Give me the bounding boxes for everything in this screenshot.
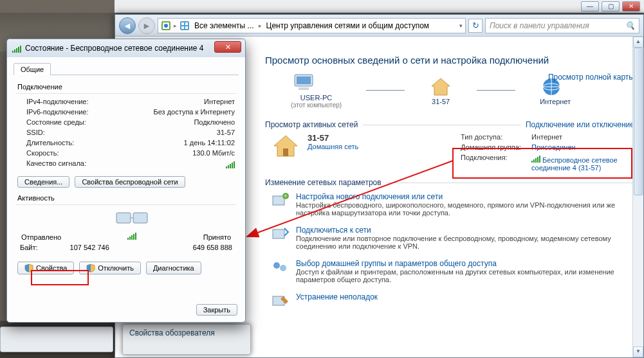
svg-rect-9 [297,76,311,84]
dialog-close-button[interactable]: ✕ [214,41,241,53]
signal-icon [127,231,136,240]
vertical-scrollbar[interactable]: ▲ ▼ [632,37,643,357]
label: SSID: [26,129,45,136]
sidebar-fragment[interactable]: Свойства обозревателя [122,324,251,355]
active-network-block: 31-57 Домашняя сеть Тип доступа: Интерне… [271,133,634,172]
prop-key: Домашняя группа: [461,143,531,151]
signal-icon [226,159,235,168]
connect-icon [271,226,290,241]
tab-general[interactable]: Общие [14,63,51,75]
list-item: Подключиться к сети Подключение или повт… [271,226,634,250]
close-button[interactable]: Закрыть [196,304,237,316]
svg-rect-26 [116,213,131,223]
button-label: Свойства [36,264,67,272]
label: IPv6-подключение: [26,108,89,116]
map-label: Интернет [540,98,571,105]
value: 130.0 Мбит/с [192,149,235,157]
setting-desc: Доступ к файлам и принтерам, расположенн… [296,268,618,283]
svg-rect-5 [185,22,188,25]
change-settings-header: Изменение сетевых параметров [265,178,634,187]
label: Длительность: [26,139,74,147]
map-link-line [366,90,405,91]
activity-icon [114,209,150,241]
connection-link[interactable]: Беспроводное сетевое соединение 4 (31-57… [531,156,618,172]
diagnose-button[interactable]: Диагностика [146,262,201,274]
close-button[interactable]: ✕ [622,1,640,12]
details-button[interactable]: Сведения... [17,176,69,188]
home-network-icon [271,133,300,172]
section-label: Изменение сетевых параметров [265,178,382,187]
activity-row: Отправлено Принято [17,209,235,241]
list-item: Выбор домашней группы и параметров общег… [271,259,634,283]
tab-strip: Общие [14,62,239,75]
full-map-link[interactable]: Просмотр полной карты [548,73,634,82]
svg-point-2 [164,24,168,28]
label: IPv4-подключение: [26,98,89,105]
svg-rect-21 [273,229,284,238]
value: 1 день 14:11:02 [184,139,235,147]
status-dialog: Состояние - Беспроводное сетевое соедине… [6,39,246,323]
map-sublabel: (этот компьютер) [291,102,342,109]
scroll-down-button[interactable]: ▼ [633,346,643,357]
map-node-this-pc: USER-PC (этот компьютер) [291,72,342,109]
nav-bar: ◄ ► ▸ Все элементы ... ▸ Центр управлени… [115,15,643,37]
value: Без доступа к Интернету [153,108,235,116]
map-link-line [477,90,515,91]
signal-icon [12,44,21,53]
setting-desc: Подключение или повторное подключение к … [296,235,618,250]
properties-button[interactable]: Свойства [17,262,74,274]
svg-marker-11 [432,78,450,95]
network-kind-link[interactable]: Домашняя сеть [308,143,358,150]
connect-disconnect-link[interactable]: Подключение или отключение [526,120,634,129]
value: Интернет [204,98,235,105]
svg-rect-7 [185,26,188,29]
bytes-label: Байт: [20,244,38,251]
homegroup-link[interactable]: Присоединен [531,143,576,151]
prop-val: Интернет [531,133,634,141]
back-button[interactable]: ◄ [119,17,136,34]
dropdown-icon[interactable]: ▾ [459,22,463,29]
forward-button[interactable]: ► [138,17,155,34]
setting-link[interactable]: Подключиться к сети [296,226,618,235]
prop-key: Тип доступа: [461,133,531,141]
svg-rect-17 [283,148,288,156]
minimize-button[interactable]: — [581,1,599,12]
svg-rect-6 [181,26,184,29]
svg-point-22 [273,262,280,269]
new-connection-icon: + [271,192,290,208]
shield-icon [24,264,33,273]
disable-button[interactable]: Отключить [79,262,141,274]
address-bar[interactable]: ▸ Все элементы ... ▸ Центр управления се… [158,18,466,33]
active-networks-header: Просмотр активных сетей Подключение или … [265,120,634,129]
breadcrumb-seg[interactable]: Все элементы ... [192,21,256,30]
list-item: + Настройка нового подключения или сети … [271,192,634,217]
chevron-right-icon: ▸ [259,22,262,29]
map-label: USER-PC [291,94,342,102]
breadcrumb-seg[interactable]: Центр управления сетями и общим доступом [264,21,432,30]
label: Качество сигнала: [26,159,86,170]
map-label: 31-57 [429,98,452,105]
dialog-title: Состояние - Беспроводное сетевое соедине… [25,44,203,53]
setting-link[interactable]: Устранение неполадок [296,292,378,301]
setting-link[interactable]: Выбор домашней группы и параметров общег… [296,259,618,268]
scroll-up-button[interactable]: ▲ [633,37,643,48]
setting-link[interactable]: Настройка нового подключения или сети [296,192,618,201]
scroll-thumb[interactable] [634,48,643,195]
wireless-properties-button[interactable]: Свойства беспроводной сети [75,176,185,188]
value: Подключено [194,118,235,126]
bytes-sent: 107 542 746 [70,244,109,251]
search-input[interactable]: Поиск в панели управления 🔍 [485,18,639,33]
dialog-titlebar[interactable]: Состояние - Беспроводное сетевое соедине… [7,39,245,57]
settings-list: + Настройка нового подключения или сети … [265,192,634,308]
signal-icon [531,154,540,163]
control-panel-icon [161,21,171,31]
network-properties: Тип доступа: Интернет Домашняя группа: П… [461,133,634,172]
refresh-button[interactable]: ↻ [468,19,483,33]
sent-label: Отправлено [21,233,61,241]
maximize-button[interactable]: ▢ [602,1,620,12]
group-header: Активность [17,194,235,202]
svg-rect-10 [299,87,309,90]
window-titlebar-fragment: — ▢ ✕ [115,0,644,13]
list-item: Устранение неполадок [271,292,634,308]
shield-icon [86,264,95,273]
